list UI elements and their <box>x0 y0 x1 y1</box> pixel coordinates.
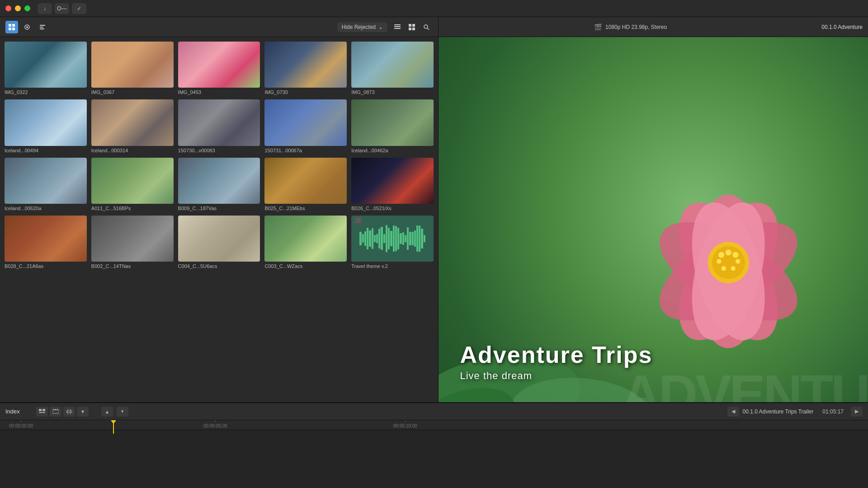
media-item-clip_150731[interactable]: 150731...00067a <box>264 99 347 153</box>
blade-tool-button[interactable]: ▾ <box>117 407 128 417</box>
titles-icon[interactable] <box>36 21 49 33</box>
media-label-clip_150730: 150730...v00083 <box>178 148 260 153</box>
media-item-travel_theme[interactable]: 🎵 Travel theme v.2 <box>351 216 434 269</box>
index-label: Index <box>5 408 33 415</box>
timeline-nav: ◀ <box>727 407 739 417</box>
svg-point-33 <box>731 266 735 270</box>
minimize-button[interactable] <box>15 5 21 11</box>
media-item-clip_150730[interactable]: 150730...v00083 <box>178 99 260 153</box>
media-item-c003_cwz[interactable]: C003_C...WZacs <box>264 216 347 269</box>
media-item-iceland_00494[interactable]: Iceland...00494 <box>5 99 87 153</box>
media-label-img_0322: IMG_0322 <box>5 89 87 95</box>
photos-icon[interactable] <box>21 21 33 33</box>
timeline-ruler: 00:00:00:00 00:00:05:00 00:00:10:00 <box>0 420 868 430</box>
toolbar-icons: ↓ O— ✓ <box>38 3 86 14</box>
media-item-iceland_00620a[interactable]: Iceland...00620a <box>5 158 87 211</box>
svg-point-5 <box>26 26 28 28</box>
media-item-img_0873[interactable]: IMG_0873 <box>351 42 434 95</box>
svg-rect-41 <box>42 409 45 411</box>
media-item-b009_c187[interactable]: B009_C...187Vas <box>178 158 260 211</box>
timeline-forward-nav: ▶ <box>851 407 863 417</box>
svg-point-27 <box>718 252 724 258</box>
media-item-b028_c21a[interactable]: B028_C...21A6as <box>5 216 87 269</box>
thumb-clip_150731 <box>264 99 347 145</box>
media-item-c004_c5u6[interactable]: C004_C...5U6acs <box>178 216 260 269</box>
thumb-img_0873 <box>351 42 434 88</box>
svg-point-30 <box>717 259 721 263</box>
media-label: Travel theme v.2 <box>351 263 434 269</box>
view-buttons <box>391 21 433 33</box>
media-item-iceland_000314[interactable]: Iceland...000314 <box>91 99 174 153</box>
filmstrip-button[interactable] <box>50 407 61 417</box>
svg-rect-8 <box>40 28 44 29</box>
media-toolbar: Hide Rejected ⌄ <box>0 17 438 37</box>
media-label-c003_cwz: C003_C...WZacs <box>264 263 347 269</box>
svg-rect-42 <box>39 412 45 413</box>
expand-button[interactable]: ▼ <box>77 407 89 417</box>
import-button[interactable]: ↓ <box>38 3 52 14</box>
media-label-img_0730: IMG_0730 <box>264 89 347 95</box>
timeline-area: Index <box>0 402 868 488</box>
media-item-b026_c0521[interactable]: B026_C...0521iXs <box>351 158 434 211</box>
prev-marker-button[interactable]: ◀ <box>727 407 739 417</box>
thumb-c003_cwz <box>264 216 347 262</box>
filter-arrow-icon: ⌄ <box>378 24 383 30</box>
preview-info: 🎬 1080p HD 23.98p, Stereo <box>594 23 667 31</box>
next-marker-button[interactable]: ▶ <box>851 407 863 417</box>
thumb-img_0322 <box>5 42 87 88</box>
clip-view-button[interactable] <box>36 407 48 417</box>
filter-dropdown[interactable]: Hide Rejected ⌄ <box>337 22 387 32</box>
media-item-b002_c14t[interactable]: B002_C...14TNas <box>91 216 174 269</box>
media-item-a011_c516[interactable]: A011_C...516BPs <box>91 158 174 211</box>
svg-rect-3 <box>12 28 15 30</box>
media-item-b025_c21m[interactable]: B025_C...21MEbs <box>264 158 347 211</box>
maximize-button[interactable] <box>24 5 30 11</box>
check-button[interactable]: ✓ <box>72 3 86 14</box>
search-icon[interactable] <box>420 21 433 33</box>
thumb-c004_c5u6 <box>178 216 260 262</box>
media-item-img_0322[interactable]: IMG_0322 <box>5 42 87 95</box>
thumb-iceland_000314 <box>91 99 174 145</box>
media-label-b026_c0521: B026_C...0521iXs <box>351 206 434 211</box>
svg-rect-43 <box>52 410 59 413</box>
zoom-button[interactable] <box>63 407 75 417</box>
close-button[interactable] <box>5 5 11 11</box>
svg-rect-2 <box>9 28 11 30</box>
thumb-iceland_00620a <box>5 158 87 204</box>
title-bar: ↓ O— ✓ <box>0 0 868 17</box>
media-label-c004_c5u6: C004_C...5U6acs <box>178 263 260 269</box>
media-label-iceland_000314: Iceland...000314 <box>91 148 174 153</box>
timeline-duration: 01:05:17 <box>822 408 844 415</box>
preview-project-title: 00.1.0 Adventure <box>821 24 863 30</box>
svg-rect-14 <box>409 28 411 30</box>
timeline-track-area: 00:00:00:00 00:00:05:00 00:00:10:00 <box>0 420 868 434</box>
svg-rect-45 <box>55 409 56 410</box>
preview-toolbar: 🎬 1080p HD 23.98p, Stereo 00.1.0 Adventu… <box>439 17 868 37</box>
thumb-b002_c14t <box>91 216 174 262</box>
svg-rect-15 <box>412 28 415 30</box>
list-view-icon[interactable] <box>391 21 404 33</box>
thumb-img_0730 <box>264 42 347 88</box>
keyword-button[interactable]: O— <box>55 3 69 14</box>
media-item-img_0453[interactable]: IMG_0453 <box>178 42 260 95</box>
media-label-b009_c187: B009_C...187Vas <box>178 206 260 211</box>
select-tool-button[interactable]: ▲ <box>101 407 113 417</box>
media-item-img_0367[interactable]: IMG_0367 <box>91 42 174 95</box>
timeline-toolbar: Index <box>0 403 868 420</box>
svg-rect-13 <box>412 24 415 27</box>
media-label-img_0367: IMG_0367 <box>91 89 174 95</box>
media-item-img_0730[interactable]: IMG_0730 <box>264 42 347 95</box>
ruler-mark-10: 00:00:10:00 <box>393 420 417 428</box>
library-icon[interactable] <box>5 21 18 33</box>
grid-view-icon[interactable] <box>406 21 418 33</box>
thumb-b025_c21m <box>264 158 347 204</box>
media-label-b002_c14t: B002_C...14TNas <box>91 263 174 269</box>
timeline-project-name: 00.1.0 Adventure Trips Trailer <box>743 408 814 415</box>
svg-rect-7 <box>40 27 43 28</box>
media-label-img_0453: IMG_0453 <box>178 89 260 95</box>
media-label-iceland_00462a: Iceland...00462a <box>351 148 434 153</box>
media-item-iceland_00462a[interactable]: Iceland...00462a <box>351 99 434 153</box>
svg-rect-12 <box>409 24 411 27</box>
thumb-iceland_00494 <box>5 99 87 145</box>
track-container: IMG_1775 <box>0 430 868 434</box>
